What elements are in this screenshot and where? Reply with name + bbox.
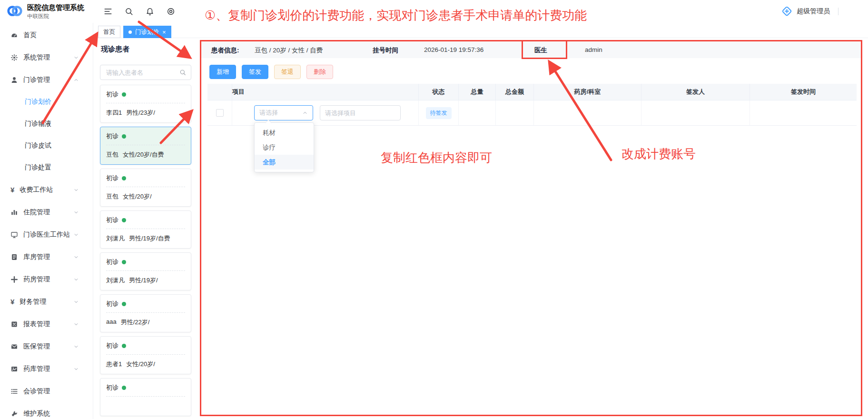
sidebar-subitem-2-1[interactable]: 门诊输液 xyxy=(0,113,93,135)
patient-card-3[interactable]: 初诊 刘潇凡 男性/19岁/自费 xyxy=(100,210,191,249)
chevron-down-icon xyxy=(73,254,79,260)
user-icon xyxy=(10,76,18,84)
divider xyxy=(838,8,838,15)
sidebar-item-6[interactable]: 库房管理 xyxy=(0,246,93,268)
chevron-down-icon xyxy=(73,210,79,215)
tab-close-icon[interactable]: × xyxy=(162,29,166,35)
bell-icon[interactable] xyxy=(146,7,154,16)
patient-card-2[interactable]: 初诊 豆包 女性/20岁/ xyxy=(100,169,191,207)
sidebar-item-3[interactable]: ¥收费工作站 xyxy=(0,179,93,201)
sidebar-subitem-2-3[interactable]: 门诊处置 xyxy=(0,157,93,179)
patient-card-7[interactable]: 初诊 xyxy=(100,378,191,416)
tab-bar: 首页 门诊划价 × xyxy=(98,26,171,38)
chevron-down-icon xyxy=(73,366,79,372)
sidebar-item-0[interactable]: 首页 xyxy=(0,24,93,46)
issue-time-cell xyxy=(750,100,857,125)
status-dot-icon xyxy=(122,260,126,264)
sidebar: 首页系统管理门诊管理门诊划价门诊输液门诊皮试门诊处置¥收费工作站住院管理门诊医生… xyxy=(0,23,93,419)
sidebar-item-13[interactable]: 维护系统 xyxy=(0,402,93,419)
patient-info-label: 患者信息: xyxy=(211,46,239,55)
status-dot-icon xyxy=(122,218,126,222)
sidebar-item-5[interactable]: 门诊医生工作站 xyxy=(0,223,93,246)
chevron-down-icon xyxy=(73,55,79,60)
delete-button[interactable]: 删除 xyxy=(306,65,333,79)
status-dot-icon xyxy=(122,302,126,306)
plus-icon xyxy=(10,276,18,283)
chevron-down-icon xyxy=(73,321,79,327)
sidebar-item-8[interactable]: ¥财务管理 xyxy=(0,290,93,313)
billing-table: 项目状态总量总金额药房/科室签发人签发时间 请选择 待签发 xyxy=(207,84,857,126)
toolbar: 新增签发签退删除 xyxy=(209,65,333,79)
sidebar-item-4[interactable]: 住院管理 xyxy=(0,201,93,223)
dropdown-option-0[interactable]: 耗材 xyxy=(255,125,314,140)
monitor-icon xyxy=(10,231,18,239)
sidebar-item-1[interactable]: 系统管理 xyxy=(0,46,93,69)
add-button[interactable]: 新增 xyxy=(209,65,236,79)
chevron-up-icon xyxy=(73,77,79,83)
table-header: 项目状态总量总金额药房/科室签发人签发时间 xyxy=(207,84,857,100)
user-area[interactable]: 超级管理员 xyxy=(781,6,838,17)
sidebar-item-11[interactable]: 药库管理 xyxy=(0,358,93,380)
annotation-note-account: 改成计费账号 xyxy=(621,146,696,162)
tab-menzhen-huajia[interactable]: 门诊划价 × xyxy=(123,26,171,38)
patient-card-1[interactable]: 初诊 豆包 女性/20岁/自费 xyxy=(100,127,191,165)
chevron-up-icon xyxy=(302,110,308,116)
patient-card-6[interactable]: 初诊 患者1 女性/20岁/ xyxy=(100,336,191,374)
column-header-4: 总金额 xyxy=(496,84,534,100)
collapse-menu-icon[interactable] xyxy=(104,7,112,16)
doctor-label: 医生 xyxy=(534,46,547,55)
row-checkbox[interactable] xyxy=(216,109,224,117)
app-subtitle: 中联医院 xyxy=(27,13,84,20)
yen-icon: ¥ xyxy=(10,186,14,194)
doc-icon xyxy=(10,253,18,261)
brand: 医院信息管理系统 中联医院 xyxy=(7,3,84,20)
dropdown-option-1[interactable]: 诊疗 xyxy=(255,140,314,155)
sidebar-item-10[interactable]: 医保管理 xyxy=(0,335,93,358)
category-select[interactable]: 请选择 xyxy=(254,105,313,120)
chevron-down-icon xyxy=(73,187,79,193)
tabbar-divider xyxy=(93,38,868,38)
search-icon[interactable] xyxy=(179,69,186,76)
category-select-placeholder: 请选择 xyxy=(259,109,302,117)
patient-panel-title: 现诊患者 xyxy=(101,45,200,54)
amount-cell xyxy=(496,100,534,125)
search-icon[interactable] xyxy=(125,7,133,16)
patient-card-list: 初诊 李四1 男性/23岁/ 初诊 豆包 女性/20岁/自费 初诊 豆包 xyxy=(100,85,191,416)
checkout-button[interactable]: 签退 xyxy=(274,65,301,79)
sidebar-subitem-2-0[interactable]: 门诊划价 xyxy=(0,91,93,113)
dashboard-icon xyxy=(10,31,18,39)
category-dropdown: 耗材诊疗全部 xyxy=(254,122,314,172)
patient-search-input[interactable] xyxy=(105,69,179,77)
sidebar-item-12[interactable]: 会诊管理 xyxy=(0,380,93,402)
dropdown-option-2[interactable]: 全部 xyxy=(255,155,314,170)
logo-icon xyxy=(7,3,23,19)
issuer-cell xyxy=(641,100,750,125)
patient-info-bar: 患者信息: 豆包 / 20岁 / 女性 / 自费 挂号时间 2026-01-19… xyxy=(201,41,861,58)
chevron-down-icon xyxy=(73,232,79,238)
wrench-icon xyxy=(10,410,18,418)
tab-home[interactable]: 首页 xyxy=(98,26,120,38)
patient-card-5[interactable]: 初诊 aaa 男性/22岁/ xyxy=(100,294,191,332)
sidebar-item-2[interactable]: 门诊管理 xyxy=(0,69,93,91)
sidebar-item-9[interactable]: 报表管理 xyxy=(0,313,93,335)
sidebar-subitem-2-2[interactable]: 门诊皮试 xyxy=(0,135,93,157)
patient-search xyxy=(100,65,191,80)
yen-icon: ¥ xyxy=(10,298,14,306)
chart-icon xyxy=(10,209,18,216)
patient-card-4[interactable]: 初诊 刘潇凡 男性/19岁/ xyxy=(100,252,191,290)
quantity-cell xyxy=(459,100,496,125)
status-badge: 待签发 xyxy=(426,107,452,119)
image-icon xyxy=(10,365,18,373)
item-search-input[interactable] xyxy=(320,105,401,120)
column-header-5: 药房/科室 xyxy=(534,84,641,100)
status-dot-icon xyxy=(122,176,126,180)
sidebar-item-7[interactable]: 药房管理 xyxy=(0,268,93,290)
issue-button[interactable]: 签发 xyxy=(242,65,268,79)
patient-card-0[interactable]: 初诊 李四1 男性/23岁/ xyxy=(100,85,191,123)
list-icon xyxy=(10,388,18,395)
column-header-6: 签发人 xyxy=(641,84,750,100)
app-root: 医院信息管理系统 中联医院 超级管理员 首页 门诊划价 × 首页系统管理门诊管理… xyxy=(0,0,868,419)
status-dot-icon xyxy=(122,386,126,390)
gear-icon xyxy=(10,54,18,61)
aim-icon[interactable] xyxy=(167,7,175,16)
